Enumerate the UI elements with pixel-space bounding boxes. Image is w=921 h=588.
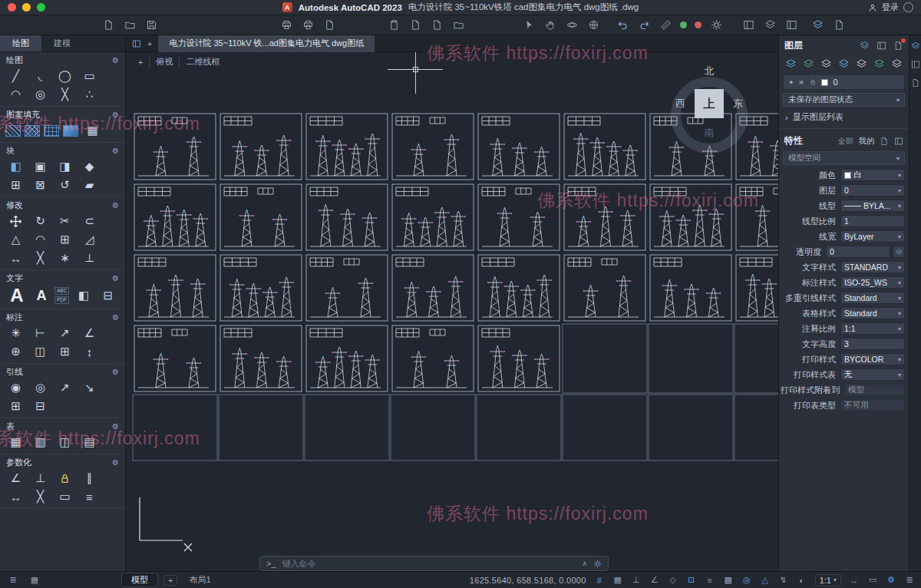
options-button[interactable] (709, 18, 723, 32)
mtext-icon[interactable]: A (5, 286, 28, 306)
command-customize-icon[interactable] (593, 560, 602, 568)
property-value[interactable]: Standard▾ (840, 307, 905, 319)
table-style-icon[interactable]: ▥ (30, 434, 51, 451)
visual-style-button[interactable]: 二维线框 (179, 56, 226, 68)
remove-leader-icon[interactable]: ↘ (79, 379, 100, 396)
array-icon[interactable]: ⊞ (54, 231, 75, 248)
layer-state-manager-icon[interactable] (801, 57, 816, 71)
create-block-icon[interactable]: ▣ (30, 158, 51, 175)
property-value[interactable]: BYCOLOR▾ (840, 353, 905, 365)
section-gear-icon[interactable]: ⚙ (112, 274, 119, 282)
xref-button[interactable] (451, 18, 465, 32)
ordinate-dimension-icon[interactable]: ⊞ (54, 343, 75, 360)
property-value[interactable]: ISO-25_WS▾ (840, 276, 905, 289)
property-value[interactable]: 无▾ (840, 368, 905, 381)
property-value[interactable]: BYLA...▾ (840, 200, 905, 212)
scale-icon[interactable]: ◿ (79, 231, 100, 248)
command-bar[interactable]: >_ 键入命令 ∧ (259, 556, 609, 571)
properties-edit-icon[interactable] (880, 137, 889, 146)
aligned-dimension-icon[interactable]: ↗ (54, 325, 75, 342)
layer-walk-icon[interactable] (890, 57, 904, 71)
login-button[interactable]: 登录 (882, 2, 899, 13)
hatch-more-icon[interactable]: ▦ (82, 122, 103, 139)
section-gear-icon[interactable]: ⚙ (112, 422, 119, 431)
explode-icon[interactable]: ∗ (54, 249, 75, 266)
properties-all-filter[interactable]: 全部 (838, 136, 853, 147)
drawing-canvas[interactable]: + 俯视 二维线框 北 西 上 东 南 (126, 52, 778, 571)
parallel-constraint-icon[interactable]: ∥ (79, 470, 100, 487)
paste-button[interactable] (387, 18, 401, 32)
section-gear-icon[interactable]: ⚙ (112, 201, 119, 210)
transparency-button[interactable] (893, 246, 905, 258)
gradient-fill-icon[interactable] (63, 125, 78, 137)
leader-style-icon[interactable]: ◎ (30, 379, 51, 396)
property-value[interactable]: 3 (840, 338, 905, 350)
property-value[interactable]: 1:1▾ (840, 322, 905, 335)
section-gear-icon[interactable]: ⚙ (112, 368, 119, 376)
ortho-mode-icon[interactable]: ⊥ (631, 575, 642, 585)
text-style-icon[interactable]: ◧ (73, 287, 94, 304)
dimensional-constraint-icon[interactable]: ↔ (5, 488, 26, 505)
offset-icon[interactable]: ⊂ (79, 213, 100, 230)
new-tab-button[interactable]: + (147, 39, 152, 48)
isodraft-icon[interactable]: ◇ (668, 575, 678, 585)
rectangle-icon[interactable]: ▭ (79, 68, 100, 84)
orbit-tool[interactable] (565, 18, 579, 32)
constraint-settings-icon[interactable]: ▭ (54, 488, 75, 505)
space-selector[interactable]: 模型空间▾ (783, 151, 905, 165)
markup-import-button[interactable] (832, 18, 846, 32)
tab-draw[interactable]: 绘图 (0, 35, 41, 51)
stretch-icon[interactable]: ↔ (5, 249, 26, 266)
tool-palettes-toggle[interactable] (784, 18, 798, 32)
minimize-window-icon[interactable] (22, 3, 31, 12)
isolate-objects-icon[interactable]: ◐ (797, 576, 807, 585)
command-input[interactable]: 键入命令 (282, 558, 576, 570)
status-menu-icon[interactable]: ≣ (904, 575, 915, 585)
collect-leaders-icon[interactable]: ⊟ (30, 398, 51, 415)
mirror-icon[interactable]: △ (5, 231, 26, 248)
property-value[interactable]: STANDARD▾ (840, 261, 905, 273)
multileader-icon[interactable]: ◉ (5, 379, 26, 396)
drawing-file-tab[interactable]: 电力设计院 35~110kV 铁...ad图集电力电气 dwg图纸 (158, 35, 375, 52)
property-value[interactable]: 白▾ (840, 169, 905, 181)
settings-gear-icon[interactable]: ⚙ (886, 575, 896, 585)
property-value[interactable]: ByLayer▾ (840, 230, 905, 243)
open-file-button[interactable] (123, 18, 137, 32)
table-export-icon[interactable]: ▤ (79, 434, 100, 451)
layer-off-icon[interactable] (872, 57, 886, 71)
infer-constraint-icon[interactable]: ≡ (79, 488, 100, 505)
ellipse-icon[interactable]: ◎ (30, 86, 51, 103)
layer-freeze-icon[interactable] (854, 57, 869, 71)
selection-cycling-icon[interactable]: ◎ (741, 575, 752, 585)
section-gear-icon[interactable]: ⚙ (112, 111, 119, 119)
account-icon[interactable] (903, 2, 913, 12)
properties-mine-filter[interactable]: 我的 (859, 136, 874, 147)
linear-dimension-icon[interactable]: ⊢ (30, 325, 51, 342)
layer-isolate-icon[interactable] (819, 57, 834, 71)
properties-list-icon[interactable] (894, 137, 903, 146)
tab-modeling[interactable]: 建模 (41, 35, 83, 51)
delete-constraint-icon[interactable]: ╳ (30, 488, 51, 505)
move-icon[interactable] (5, 213, 26, 230)
property-value[interactable]: 0 (826, 246, 890, 258)
quick-dimension-icon[interactable]: ↕ (79, 343, 100, 360)
dimension-icon[interactable]: ✳ (5, 325, 26, 342)
edit-block-icon[interactable]: ◨ (54, 158, 75, 175)
add-layout-button[interactable]: + (163, 575, 177, 586)
dock-blocks-icon[interactable] (911, 78, 920, 88)
geometric-constraint-icon[interactable]: ∠ (5, 470, 26, 487)
save-file-button[interactable] (144, 18, 158, 32)
circle-icon[interactable]: ◯ (54, 68, 75, 84)
annotation-scale-button[interactable]: 1:1▾ (815, 574, 841, 586)
layer-row-0[interactable]: ● ☀ 0 (783, 74, 905, 90)
lineweight-icon[interactable]: ≡ (705, 576, 715, 585)
layout1-tab[interactable]: 布局1 (183, 573, 216, 586)
section-gear-icon[interactable]: ⚙ (112, 313, 119, 322)
block-export-icon[interactable]: ▰ (79, 177, 100, 193)
section-gear-icon[interactable]: ⚙ (112, 56, 119, 64)
layers-panel-toggle[interactable] (763, 18, 777, 32)
transparency-icon[interactable]: ▩ (723, 575, 734, 585)
polar-tracking-icon[interactable]: ∠ (649, 575, 660, 585)
block-reference-icon[interactable]: ⊠ (30, 177, 51, 193)
polyline-icon[interactable]: ◟ (30, 68, 51, 84)
